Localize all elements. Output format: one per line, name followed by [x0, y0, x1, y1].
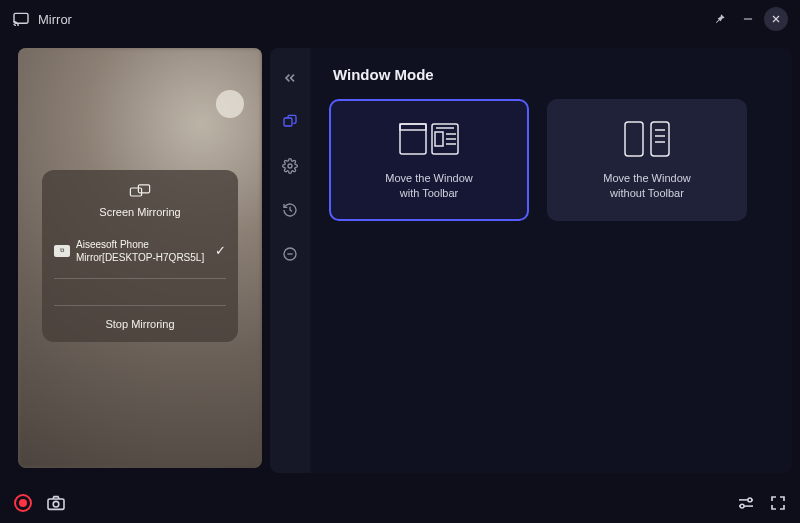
- mode-card-with-toolbar[interactable]: Move the Windowwith Toolbar: [329, 99, 529, 221]
- phone-frame[interactable]: Screen Mirroring ⧉ Aiseesoft Phone Mirro…: [18, 48, 262, 468]
- card-icon-with-toolbar: [398, 119, 460, 159]
- phone-home-indicator: [216, 90, 244, 118]
- bottombar: [0, 483, 800, 523]
- check-icon: ✓: [215, 243, 226, 260]
- mirror-device-row[interactable]: ⧉ Aiseesoft Phone Mirror[DESKTOP-H7QRS5L…: [54, 230, 226, 272]
- card-icon-without-toolbar: [619, 119, 675, 159]
- settings-toggle-button[interactable]: [736, 496, 756, 510]
- collapse-button[interactable]: [278, 66, 302, 90]
- svg-rect-19: [651, 122, 669, 156]
- settings-sidebar: [270, 48, 310, 473]
- app-title: Mirror: [38, 12, 72, 27]
- device-name: Aiseesoft Phone Mirror[DESKTOP-H7QRS5L]: [76, 238, 209, 264]
- mode-card-without-toolbar[interactable]: Move the Windowwithout Toolbar: [547, 99, 747, 221]
- settings-tab[interactable]: [278, 154, 302, 178]
- svg-point-7: [288, 164, 292, 168]
- phone-preview-pane: Screen Mirroring ⧉ Aiseesoft Phone Mirro…: [10, 38, 270, 483]
- divider: [54, 278, 226, 279]
- divider: [54, 305, 226, 306]
- window-mode-tab[interactable]: [278, 110, 302, 134]
- svg-rect-10: [400, 124, 426, 154]
- mirroring-title: Screen Mirroring: [54, 206, 226, 218]
- svg-rect-6: [284, 118, 292, 126]
- svg-rect-4: [130, 188, 141, 196]
- screen-mirroring-dialog: Screen Mirroring ⧉ Aiseesoft Phone Mirro…: [42, 170, 238, 342]
- minimize-button[interactable]: [736, 7, 760, 31]
- other-tab[interactable]: [278, 242, 302, 266]
- svg-point-24: [53, 501, 59, 507]
- svg-rect-5: [138, 185, 149, 193]
- close-button[interactable]: [764, 7, 788, 31]
- fullscreen-button[interactable]: [770, 495, 786, 511]
- card-label: Move the Windowwithout Toolbar: [603, 171, 690, 202]
- svg-point-26: [748, 498, 752, 502]
- svg-rect-11: [400, 124, 426, 130]
- screenshot-button[interactable]: [46, 495, 66, 511]
- svg-rect-18: [625, 122, 643, 156]
- card-label: Move the Windowwith Toolbar: [385, 171, 472, 202]
- history-tab[interactable]: [278, 198, 302, 222]
- svg-point-28: [740, 504, 744, 508]
- device-badge-icon: ⧉: [54, 245, 70, 257]
- pin-button[interactable]: [708, 7, 732, 31]
- svg-rect-23: [48, 499, 64, 509]
- record-button[interactable]: [14, 494, 32, 512]
- mirroring-icon: [54, 184, 226, 200]
- titlebar: Mirror: [0, 0, 800, 38]
- stop-mirroring-button[interactable]: Stop Mirroring: [54, 312, 226, 332]
- cast-icon: [12, 12, 30, 26]
- svg-rect-17: [435, 132, 443, 146]
- section-title: Window Mode: [333, 66, 774, 83]
- config-panel: Window Mode: [310, 48, 792, 473]
